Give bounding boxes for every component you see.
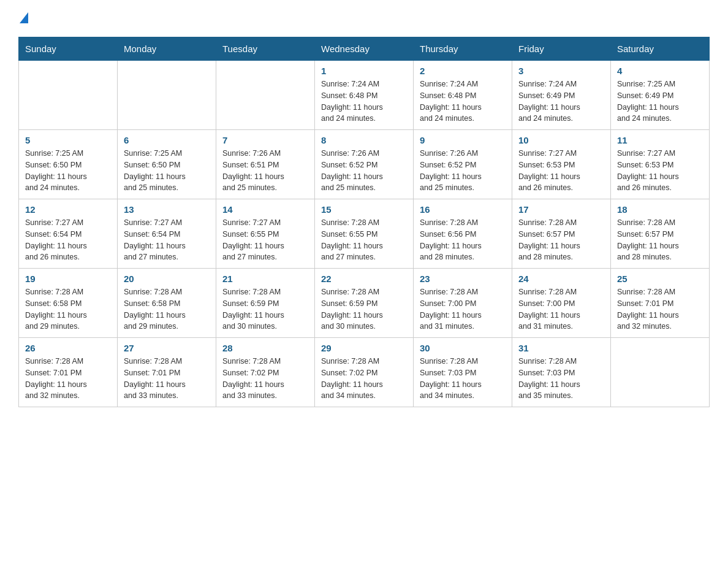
day-number: 29: [321, 343, 407, 353]
calendar-cell: [19, 61, 118, 130]
calendar-cell: 13Sunrise: 7:27 AM Sunset: 6:54 PM Dayli…: [118, 199, 216, 269]
calendar-cell: 17Sunrise: 7:28 AM Sunset: 6:57 PM Dayli…: [512, 199, 611, 269]
calendar-cell: 15Sunrise: 7:28 AM Sunset: 6:55 PM Dayli…: [315, 199, 414, 269]
day-info: Sunrise: 7:28 AM Sunset: 6:56 PM Dayligh…: [420, 217, 506, 263]
day-info: Sunrise: 7:28 AM Sunset: 6:58 PM Dayligh…: [25, 286, 111, 332]
day-number: 23: [420, 274, 506, 284]
calendar-cell: 21Sunrise: 7:28 AM Sunset: 6:59 PM Dayli…: [216, 269, 315, 338]
day-of-week-header: Monday: [118, 37, 216, 61]
calendar-cell: [216, 61, 315, 130]
day-info: Sunrise: 7:25 AM Sunset: 6:50 PM Dayligh…: [25, 148, 111, 194]
day-number: 1: [321, 66, 407, 76]
calendar-cell: 9Sunrise: 7:26 AM Sunset: 6:52 PM Daylig…: [414, 130, 512, 199]
calendar-cell: 24Sunrise: 7:28 AM Sunset: 7:00 PM Dayli…: [512, 269, 611, 338]
day-info: Sunrise: 7:27 AM Sunset: 6:54 PM Dayligh…: [124, 217, 210, 263]
day-info: Sunrise: 7:26 AM Sunset: 6:52 PM Dayligh…: [321, 148, 407, 194]
day-number: 8: [321, 135, 407, 145]
calendar-cell: 12Sunrise: 7:27 AM Sunset: 6:54 PM Dayli…: [19, 199, 118, 269]
calendar-cell: 19Sunrise: 7:28 AM Sunset: 6:58 PM Dayli…: [19, 269, 118, 338]
page-header: [18, 12, 710, 25]
calendar-cell: 20Sunrise: 7:28 AM Sunset: 6:58 PM Dayli…: [118, 269, 216, 338]
day-number: 20: [124, 274, 210, 284]
day-number: 9: [420, 135, 506, 145]
calendar-cell: 28Sunrise: 7:28 AM Sunset: 7:02 PM Dayli…: [216, 338, 315, 407]
day-number: 12: [25, 204, 111, 215]
calendar-cell: 31Sunrise: 7:28 AM Sunset: 7:03 PM Dayli…: [512, 338, 611, 407]
calendar-cell: 7Sunrise: 7:26 AM Sunset: 6:51 PM Daylig…: [216, 130, 315, 199]
calendar-cell: [611, 338, 710, 407]
day-info: Sunrise: 7:28 AM Sunset: 7:01 PM Dayligh…: [124, 356, 210, 402]
calendar-cell: 4Sunrise: 7:25 AM Sunset: 6:49 PM Daylig…: [611, 61, 710, 130]
day-info: Sunrise: 7:28 AM Sunset: 7:03 PM Dayligh…: [420, 356, 506, 402]
calendar-cell: 1Sunrise: 7:24 AM Sunset: 6:48 PM Daylig…: [315, 61, 414, 130]
day-info: Sunrise: 7:26 AM Sunset: 6:51 PM Dayligh…: [222, 148, 308, 194]
day-number: 25: [617, 274, 703, 284]
day-info: Sunrise: 7:28 AM Sunset: 7:00 PM Dayligh…: [518, 286, 604, 332]
day-number: 26: [25, 343, 111, 353]
day-number: 30: [420, 343, 506, 353]
calendar-header-row: SundayMondayTuesdayWednesdayThursdayFrid…: [19, 37, 710, 61]
calendar-week-row: 5Sunrise: 7:25 AM Sunset: 6:50 PM Daylig…: [19, 130, 710, 199]
calendar-cell: [118, 61, 216, 130]
logo: [18, 12, 28, 25]
day-number: 7: [222, 135, 308, 145]
calendar-table: SundayMondayTuesdayWednesdayThursdayFrid…: [18, 37, 710, 407]
day-number: 14: [222, 204, 308, 215]
day-number: 24: [518, 274, 604, 284]
calendar-cell: 22Sunrise: 7:28 AM Sunset: 6:59 PM Dayli…: [315, 269, 414, 338]
day-number: 27: [124, 343, 210, 353]
calendar-cell: 8Sunrise: 7:26 AM Sunset: 6:52 PM Daylig…: [315, 130, 414, 199]
day-of-week-header: Wednesday: [315, 37, 414, 61]
calendar-cell: 11Sunrise: 7:27 AM Sunset: 6:53 PM Dayli…: [611, 130, 710, 199]
calendar-week-row: 26Sunrise: 7:28 AM Sunset: 7:01 PM Dayli…: [19, 338, 710, 407]
calendar-cell: 14Sunrise: 7:27 AM Sunset: 6:55 PM Dayli…: [216, 199, 315, 269]
day-info: Sunrise: 7:28 AM Sunset: 6:59 PM Dayligh…: [222, 286, 308, 332]
day-number: 4: [617, 66, 703, 76]
calendar-cell: 3Sunrise: 7:24 AM Sunset: 6:49 PM Daylig…: [512, 61, 611, 130]
day-info: Sunrise: 7:28 AM Sunset: 7:01 PM Dayligh…: [25, 356, 111, 402]
day-info: Sunrise: 7:28 AM Sunset: 6:57 PM Dayligh…: [617, 217, 703, 263]
calendar-cell: 6Sunrise: 7:25 AM Sunset: 6:50 PM Daylig…: [118, 130, 216, 199]
day-info: Sunrise: 7:25 AM Sunset: 6:50 PM Dayligh…: [124, 148, 210, 194]
day-of-week-header: Sunday: [19, 37, 118, 61]
day-number: 17: [518, 204, 604, 215]
calendar-week-row: 19Sunrise: 7:28 AM Sunset: 6:58 PM Dayli…: [19, 269, 710, 338]
day-info: Sunrise: 7:24 AM Sunset: 6:49 PM Dayligh…: [518, 79, 604, 124]
day-of-week-header: Saturday: [611, 37, 710, 61]
day-info: Sunrise: 7:28 AM Sunset: 7:00 PM Dayligh…: [420, 286, 506, 332]
calendar-week-row: 1Sunrise: 7:24 AM Sunset: 6:48 PM Daylig…: [19, 61, 710, 130]
logo-triangle-icon: [20, 12, 28, 23]
day-info: Sunrise: 7:28 AM Sunset: 6:55 PM Dayligh…: [321, 217, 407, 263]
calendar-week-row: 12Sunrise: 7:27 AM Sunset: 6:54 PM Dayli…: [19, 199, 710, 269]
calendar-cell: 23Sunrise: 7:28 AM Sunset: 7:00 PM Dayli…: [414, 269, 512, 338]
day-number: 3: [518, 66, 604, 76]
day-of-week-header: Tuesday: [216, 37, 315, 61]
day-number: 31: [518, 343, 604, 353]
calendar-cell: 5Sunrise: 7:25 AM Sunset: 6:50 PM Daylig…: [19, 130, 118, 199]
day-number: 5: [25, 135, 111, 145]
day-number: 10: [518, 135, 604, 145]
day-info: Sunrise: 7:25 AM Sunset: 6:49 PM Dayligh…: [617, 79, 703, 124]
calendar-cell: 18Sunrise: 7:28 AM Sunset: 6:57 PM Dayli…: [611, 199, 710, 269]
day-info: Sunrise: 7:27 AM Sunset: 6:55 PM Dayligh…: [222, 217, 308, 263]
day-number: 11: [617, 135, 703, 145]
day-info: Sunrise: 7:28 AM Sunset: 6:59 PM Dayligh…: [321, 286, 407, 332]
calendar-cell: 30Sunrise: 7:28 AM Sunset: 7:03 PM Dayli…: [414, 338, 512, 407]
day-info: Sunrise: 7:27 AM Sunset: 6:53 PM Dayligh…: [518, 148, 604, 194]
calendar-cell: 29Sunrise: 7:28 AM Sunset: 7:02 PM Dayli…: [315, 338, 414, 407]
day-number: 6: [124, 135, 210, 145]
calendar-cell: 26Sunrise: 7:28 AM Sunset: 7:01 PM Dayli…: [19, 338, 118, 407]
day-info: Sunrise: 7:28 AM Sunset: 7:01 PM Dayligh…: [617, 286, 703, 332]
day-number: 18: [617, 204, 703, 215]
day-info: Sunrise: 7:24 AM Sunset: 6:48 PM Dayligh…: [420, 79, 506, 124]
day-of-week-header: Thursday: [414, 37, 512, 61]
day-number: 15: [321, 204, 407, 215]
calendar-cell: 10Sunrise: 7:27 AM Sunset: 6:53 PM Dayli…: [512, 130, 611, 199]
day-number: 21: [222, 274, 308, 284]
day-number: 19: [25, 274, 111, 284]
day-number: 22: [321, 274, 407, 284]
day-info: Sunrise: 7:28 AM Sunset: 7:03 PM Dayligh…: [518, 356, 604, 402]
day-of-week-header: Friday: [512, 37, 611, 61]
calendar-cell: 25Sunrise: 7:28 AM Sunset: 7:01 PM Dayli…: [611, 269, 710, 338]
day-info: Sunrise: 7:27 AM Sunset: 6:53 PM Dayligh…: [617, 148, 703, 194]
